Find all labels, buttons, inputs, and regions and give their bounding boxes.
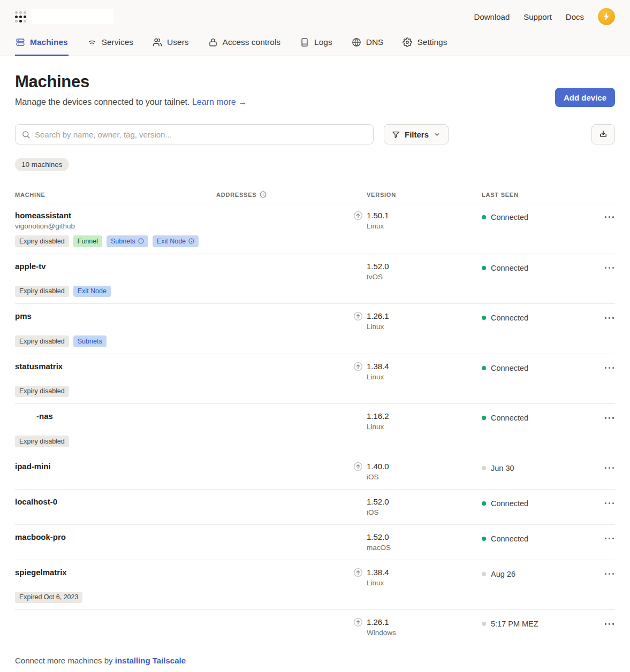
- last-seen-cell: Connected: [482, 261, 591, 297]
- machine-owner: [15, 422, 216, 432]
- primary-nav: Machines Services Users Acces: [0, 33, 630, 56]
- machine-owner: [15, 272, 216, 282]
- machine-name[interactable]: -nas: [15, 411, 216, 422]
- machine-name[interactable]: pms: [15, 311, 216, 322]
- machine-cell: -nas Expiry disabled: [15, 411, 216, 447]
- row-menu-button[interactable]: [604, 499, 616, 518]
- version-cell: 1.26.1 Windows: [353, 617, 482, 638]
- installing-tailscale-link[interactable]: installing Tailscale: [115, 656, 186, 665]
- badge-expiry-disabled: Expiry disabled: [15, 286, 69, 297]
- learn-more-link[interactable]: Learn more →: [192, 97, 247, 106]
- machine-version: 1.26.1: [367, 617, 396, 628]
- machine-count-badge: 10 machines: [15, 158, 69, 171]
- badge-subnets: Subnets: [73, 335, 107, 347]
- machine-last-seen: 5:17 PM MEZ: [491, 620, 538, 629]
- version-cell: 1.52.0 iOS: [353, 497, 482, 518]
- machine-os: macOS: [367, 543, 391, 553]
- machine-badges: Expiry disabledFunnelSubnetsExit Node: [15, 235, 216, 247]
- machine-cell: localhost-0: [15, 497, 216, 518]
- badge-funnel: Funnel: [73, 235, 102, 247]
- table-row: ipad-mini 1.40.0 iOS Jun 30: [15, 454, 615, 490]
- page-footer: Connect more machines by installing Tail…: [0, 645, 630, 672]
- machine-version: 1.52.0: [367, 532, 391, 543]
- export-machines-button[interactable]: [591, 124, 615, 144]
- download-link[interactable]: Download: [474, 12, 510, 21]
- user-avatar[interactable]: [598, 8, 615, 25]
- tab-label: Access controls: [223, 37, 281, 47]
- tab-access-controls[interactable]: Access controls: [208, 33, 282, 56]
- row-menu-button[interactable]: [604, 464, 616, 483]
- machine-last-seen: Connected: [491, 314, 528, 323]
- machine-os: Linux: [367, 372, 389, 383]
- addresses-cell: [216, 532, 353, 553]
- machine-cell: pms Expiry disabledSubnets: [15, 311, 216, 347]
- row-menu-button[interactable]: [604, 534, 616, 553]
- row-menu-button[interactable]: [604, 570, 616, 604]
- machine-owner: [15, 578, 216, 588]
- gear-icon: [403, 37, 412, 47]
- status-dot: [482, 416, 486, 420]
- tailscale-logo-icon[interactable]: [15, 11, 26, 22]
- tab-settings[interactable]: Settings: [402, 33, 447, 56]
- support-link[interactable]: Support: [523, 12, 552, 21]
- globe-icon: [352, 37, 361, 47]
- machine-name[interactable]: macbook-pro: [15, 532, 216, 543]
- machine-os: Linux: [367, 422, 389, 432]
- machine-last-seen: Connected: [491, 414, 528, 423]
- add-device-button[interactable]: Add device: [555, 88, 615, 107]
- addresses-cell: [216, 567, 353, 604]
- machine-badges: Expired Oct 6, 2023: [15, 592, 216, 604]
- update-available-icon: [353, 461, 363, 483]
- filters-button[interactable]: Filters: [384, 124, 449, 144]
- table-row: localhost-0 1.52.0 iOS Connected: [15, 490, 615, 525]
- lightning-bolt-icon: [603, 12, 610, 21]
- subtitle-text: Manage the devices connected to your tai…: [15, 97, 189, 106]
- machines-icon: [16, 37, 25, 47]
- table-row: homeassistant vigonotion@github Expiry d…: [15, 203, 615, 254]
- last-seen-cell: Connected: [482, 361, 591, 398]
- info-icon[interactable]: [260, 191, 267, 198]
- update-available-icon: [353, 497, 363, 518]
- machine-name[interactable]: spiegelmatrix: [15, 567, 216, 578]
- machine-name[interactable]: apple-tv: [15, 261, 216, 272]
- machine-name[interactable]: statusmatrix: [15, 361, 216, 372]
- badge-exit-node: Exit Node: [153, 235, 199, 247]
- tab-dns[interactable]: DNS: [351, 33, 384, 56]
- last-seen-cell: Connected: [482, 411, 591, 447]
- machine-name[interactable]: homeassistant: [15, 210, 216, 221]
- status-dot: [482, 266, 486, 270]
- machine-cell: macbook-pro: [15, 532, 216, 553]
- row-menu-button[interactable]: [604, 213, 616, 247]
- version-cell: 1.16.2 Linux: [353, 411, 482, 447]
- last-seen-cell: Connected: [482, 497, 591, 518]
- addresses-cell: [216, 261, 353, 297]
- docs-link[interactable]: Docs: [566, 12, 584, 21]
- badge-expiry-disabled: Expiry disabled: [15, 436, 69, 447]
- machine-owner: [15, 322, 216, 332]
- table-row: 1.26.1 Windows 5:17 PM MEZ: [15, 610, 615, 645]
- row-menu-button[interactable]: [604, 620, 616, 638]
- machine-version: 1.52.0: [367, 261, 389, 272]
- addresses-cell: [216, 311, 353, 347]
- row-menu-button[interactable]: [604, 264, 616, 297]
- tab-logs[interactable]: Logs: [299, 33, 333, 56]
- info-icon: [138, 238, 144, 244]
- search-input[interactable]: [35, 130, 367, 139]
- machine-name[interactable]: ipad-mini: [15, 461, 216, 472]
- machine-name[interactable]: [15, 617, 216, 628]
- logs-icon: [300, 37, 309, 47]
- tab-services[interactable]: Services: [87, 33, 134, 56]
- machine-cell: [15, 617, 216, 638]
- update-available-icon: [353, 617, 363, 638]
- tab-machines[interactable]: Machines: [15, 33, 69, 56]
- status-dot: [482, 537, 486, 541]
- row-menu-button[interactable]: [604, 414, 616, 447]
- download-icon: [598, 129, 608, 139]
- machine-name[interactable]: localhost-0: [15, 497, 216, 507]
- search-box[interactable]: [15, 124, 374, 144]
- tab-users[interactable]: Users: [152, 33, 189, 56]
- machine-version: 1.50.1: [367, 210, 389, 221]
- row-menu-button[interactable]: [604, 314, 616, 347]
- row-menu-button[interactable]: [604, 364, 616, 398]
- info-icon: [188, 238, 194, 244]
